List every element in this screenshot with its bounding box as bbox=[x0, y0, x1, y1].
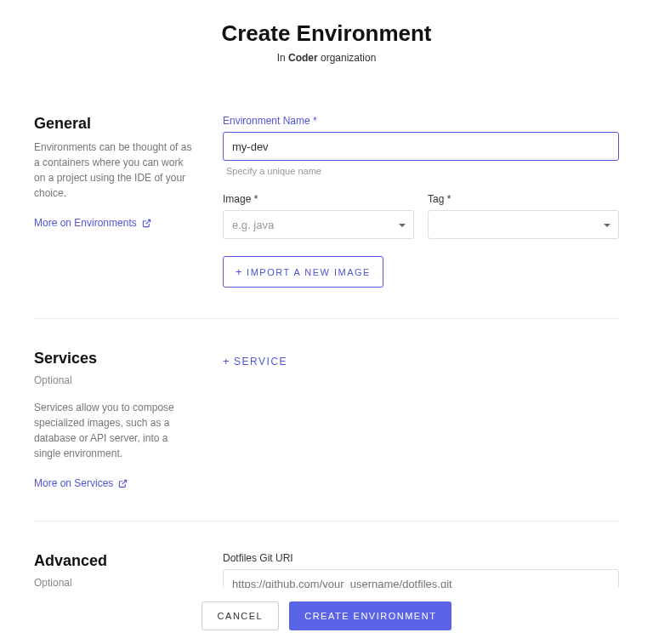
general-title: General bbox=[34, 115, 196, 133]
more-services-link[interactable]: More on Services bbox=[34, 477, 128, 489]
svg-line-1 bbox=[122, 480, 127, 484]
link-label: More on Environments bbox=[34, 217, 137, 229]
services-title: Services bbox=[34, 350, 196, 368]
section-services: Services Optional Services allow you to … bbox=[34, 350, 619, 521]
tag-label: Tag * bbox=[428, 193, 619, 205]
cancel-button[interactable]: Cancel bbox=[202, 601, 280, 630]
page-title: Create Environment bbox=[34, 20, 619, 47]
services-description: Services allow you to compose specialize… bbox=[34, 400, 196, 461]
create-environment-button[interactable]: Create Environment bbox=[289, 601, 451, 630]
env-name-input[interactable] bbox=[223, 132, 619, 161]
add-service-button[interactable]: +Service bbox=[223, 350, 287, 373]
image-select[interactable]: e.g. java bbox=[223, 210, 414, 239]
env-name-helper: Specify a unique name bbox=[223, 166, 619, 176]
section-general: General Environments can be thought of a… bbox=[34, 115, 619, 319]
link-label: More on Services bbox=[34, 477, 113, 489]
services-optional: Optional bbox=[34, 374, 196, 386]
general-description: Environments can be thought of as a cont… bbox=[34, 140, 196, 201]
plus-icon: + bbox=[236, 265, 243, 278]
plus-icon: + bbox=[223, 355, 230, 368]
external-link-icon bbox=[142, 219, 151, 228]
dotfiles-label: Dotfiles Git URI bbox=[223, 552, 619, 564]
svg-line-0 bbox=[145, 219, 150, 224]
external-link-icon bbox=[118, 479, 128, 488]
image-label: Image * bbox=[223, 193, 414, 205]
page-subtitle: In Coder organization bbox=[34, 52, 619, 64]
advanced-optional: Optional bbox=[34, 577, 196, 589]
more-environments-link[interactable]: More on Environments bbox=[34, 217, 151, 229]
advanced-title: Advanced bbox=[34, 552, 196, 570]
page-header: Create Environment In Coder organization bbox=[34, 20, 619, 64]
tag-select[interactable] bbox=[428, 210, 619, 239]
import-image-button[interactable]: +Import a new image bbox=[223, 256, 383, 288]
env-name-label: Environment Name * bbox=[223, 115, 619, 127]
footer-actions: Cancel Create Environment bbox=[0, 588, 653, 644]
